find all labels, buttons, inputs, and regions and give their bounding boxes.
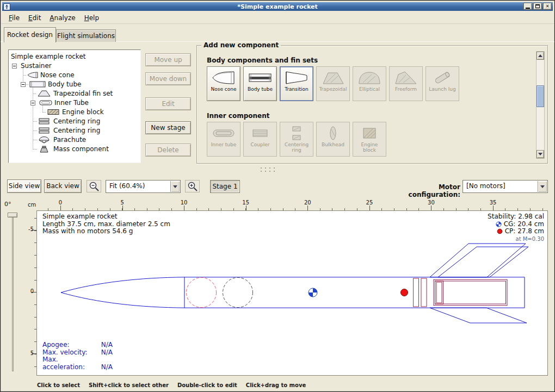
tree-item-centering-ring-2[interactable]: Centering ring: [9, 126, 140, 135]
app-icon: [3, 3, 10, 10]
close-button[interactable]: ✕: [543, 3, 552, 10]
move-up-button[interactable]: Move up: [145, 53, 191, 66]
chevron-down-icon: [540, 185, 545, 188]
tab-rocket-design[interactable]: Rocket design: [4, 27, 56, 42]
velocity-value: N/A: [101, 349, 113, 356]
ruler-number: 35: [482, 200, 504, 206]
zoom-select[interactable]: Fit (60.4%): [106, 180, 181, 193]
add-component-group: Add new component Body components and fi…: [196, 45, 548, 164]
add-centering-ring-button[interactable]: Centering ring: [280, 122, 313, 157]
add-freeform-button[interactable]: Freeform: [389, 66, 423, 101]
back-view-button[interactable]: Back view: [44, 179, 82, 193]
centering-ring-icon: [285, 125, 309, 141]
maximize-icon: [535, 4, 540, 8]
cp-text: CP: 27.8 cm: [505, 228, 544, 235]
rotation-slider-handle[interactable]: [8, 213, 17, 217]
component-scrollbar: [536, 51, 545, 159]
ruler-number: 0: [50, 200, 71, 206]
zoom-out-button[interactable]: [87, 180, 101, 192]
ruler-major-ticks: [60, 206, 548, 210]
ruler-number: 15: [235, 200, 257, 206]
tree-item-label: Body tube: [48, 80, 81, 88]
add-body-tube-button[interactable]: Body tube: [243, 66, 277, 101]
motor-configuration-select[interactable]: [No motors]: [462, 180, 548, 193]
add-launch-lug-button[interactable]: Launch lug: [425, 66, 459, 101]
splitter-handle[interactable]: [261, 167, 278, 174]
splitter-dot: [261, 171, 262, 172]
menu-item-help[interactable]: Help: [80, 13, 103, 23]
mach-readout: at M=0.30: [488, 235, 544, 243]
scroll-thumb[interactable]: [536, 85, 544, 107]
nose-cone-icon: [212, 70, 236, 86]
centering-ring-icon: [38, 118, 50, 125]
rocket-info: Simple example rocket Length 37.5 cm, ma…: [42, 213, 170, 235]
tree-expander[interactable]: [12, 64, 17, 69]
tree-item-sustainer[interactable]: Sustainer: [9, 61, 140, 71]
scroll-down-button[interactable]: [536, 150, 544, 158]
add-trapezoidal-button[interactable]: Trapezoidal: [316, 66, 350, 101]
rocket-name: Simple example rocket: [42, 213, 170, 221]
launch-lug-icon: [430, 70, 454, 86]
rocket-diagram: [37, 211, 547, 375]
tree-item-rocket[interactable]: Simple example rocket: [9, 52, 140, 61]
add-transition-button[interactable]: Transition: [280, 66, 313, 101]
tree-expander[interactable]: [21, 82, 26, 87]
rocket-canvas[interactable]: Simple example rocket Length 37.5 cm, ma…: [36, 210, 548, 376]
cp-icon: [497, 228, 503, 234]
menu-item-file[interactable]: File: [4, 13, 24, 23]
maximize-button[interactable]: [533, 3, 542, 10]
ruler-number: 5: [26, 350, 34, 356]
tree-item-label: Centering ring: [53, 127, 100, 134]
add-coupler-button[interactable]: Coupler: [243, 122, 277, 157]
tree-item-trapezoidal-fin-set[interactable]: Trapezoidal fin set: [9, 89, 140, 98]
tree-item-centering-ring-1[interactable]: Centering ring: [9, 117, 140, 126]
coupler-icon: [248, 125, 272, 141]
edit-button[interactable]: Edit: [145, 97, 191, 110]
bulkhead-icon: [321, 125, 345, 141]
status-bar: Click to select Shift+click to select ot…: [1, 379, 554, 391]
delete-button[interactable]: Delete: [145, 144, 191, 157]
motor-dropdown-arrow[interactable]: [538, 181, 547, 192]
tree-item-body-tube[interactable]: Body tube: [9, 80, 140, 89]
tree-item-mass-component[interactable]: Mass component: [9, 145, 140, 154]
move-down-button[interactable]: Move down: [145, 72, 191, 85]
menu-item-edit[interactable]: Edit: [24, 13, 45, 23]
acceleration-row: Max. acceleration: N/A: [42, 356, 113, 371]
mass-component-icon: [38, 146, 50, 153]
zoom-value: Fit (60.4%): [109, 182, 145, 190]
scroll-up-button[interactable]: [536, 52, 544, 60]
new-stage-button[interactable]: New stage: [145, 121, 191, 134]
tab-flight-simulations[interactable]: Flight simulations: [56, 29, 116, 42]
add-elliptical-button[interactable]: Elliptical: [353, 66, 386, 101]
zoom-dropdown-arrow[interactable]: [170, 181, 180, 192]
body-tube-icon: [248, 70, 272, 86]
ruler-number: 30: [420, 200, 442, 206]
close-icon: ✕: [546, 4, 550, 9]
minimize-button[interactable]: [523, 3, 532, 10]
body-section-label: Body components and fin sets: [207, 57, 318, 64]
stage-1-toggle[interactable]: Stage 1: [210, 180, 240, 193]
splitter-dot: [274, 171, 275, 172]
side-view-button[interactable]: Side view: [7, 179, 41, 193]
add-inner-tube-button[interactable]: Inner tube: [207, 122, 240, 157]
splitter-dot: [269, 167, 270, 169]
window-titlebar[interactable]: *Simple example rocket ✕: [2, 2, 553, 11]
tree-item-label: Nose cone: [40, 71, 75, 79]
add-nose-cone-button[interactable]: Nose cone: [207, 66, 240, 101]
tree-item-inner-tube[interactable]: Inner Tube: [9, 98, 140, 108]
ruler-number: -5: [26, 226, 34, 232]
splitter-dot: [265, 171, 266, 172]
component-button-label: Coupler: [250, 142, 271, 148]
add-bulkhead-button[interactable]: Bulkhead: [316, 122, 350, 157]
menu-item-analyze[interactable]: Analyze: [45, 13, 79, 23]
tree-item-label: Centering ring: [53, 117, 100, 125]
ruler-number: 20: [297, 200, 318, 206]
freeform-fin-icon: [394, 70, 418, 86]
tree-expander[interactable]: [30, 101, 35, 105]
zoom-in-button[interactable]: [185, 180, 200, 192]
tree-item-label: Engine block: [62, 108, 104, 116]
tree-item-engine-block[interactable]: Engine block: [9, 108, 140, 117]
tree-item-nose-cone[interactable]: Nose cone: [9, 71, 140, 80]
tree-item-parachute[interactable]: Parachute: [9, 135, 140, 145]
add-engine-block-button[interactable]: Engine block: [353, 122, 386, 157]
